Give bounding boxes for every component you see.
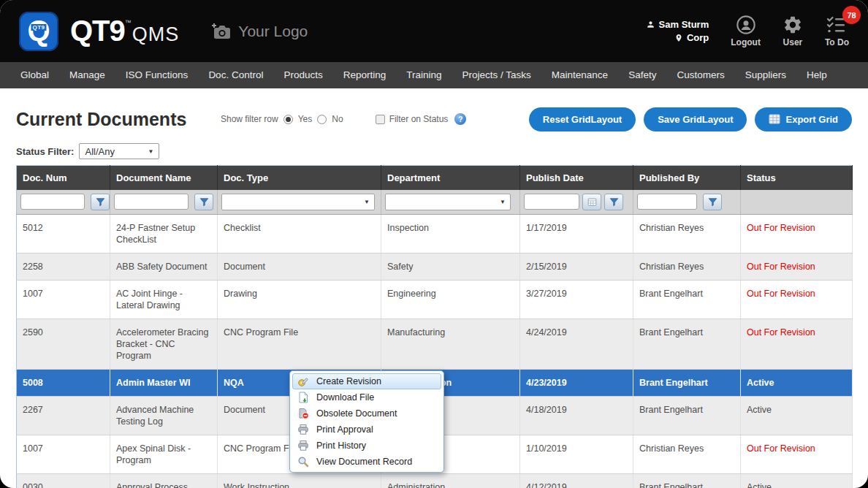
- col-publish-date[interactable]: Publish Date: [520, 166, 633, 190]
- cell-name: Accelerometer Bracing Bracket - CNC Prog…: [110, 319, 218, 369]
- show-filter-row-label: Show filter row: [221, 114, 278, 124]
- logout-button[interactable]: Logout: [731, 15, 761, 47]
- cell-doc-num: 5008: [17, 369, 110, 396]
- table-row[interactable]: 2590Accelerometer Bracing Bracket - CNC …: [17, 319, 853, 369]
- nav-item-manage[interactable]: Manage: [59, 62, 115, 88]
- menu-item-label: Download File: [316, 392, 374, 403]
- menu-item-label: Print History: [316, 441, 366, 451]
- col-document-name[interactable]: Document Name: [110, 166, 218, 190]
- qt9-logo-text: QT9: [31, 24, 46, 31]
- nav-item-global[interactable]: Global: [10, 62, 59, 88]
- menu-item-print-approval[interactable]: Print Approval: [292, 422, 441, 438]
- menu-item-label: Print Approval: [316, 424, 373, 435]
- reset-gridlayout-button[interactable]: Reset GridLayout: [529, 107, 636, 131]
- filter-publish-date-input[interactable]: [524, 194, 579, 210]
- current-user: Sam Sturm Corp: [646, 18, 709, 45]
- cell-by: Brant Engelhart: [633, 280, 741, 319]
- menu-item-download-file[interactable]: Download File: [292, 389, 441, 405]
- table-row[interactable]: 1007AC Joint Hinge - Lateral DrawingDraw…: [17, 280, 853, 319]
- user-area: Sam Sturm Corp Logout: [646, 15, 849, 47]
- col-doc-type[interactable]: Doc. Type: [218, 166, 381, 190]
- table-row[interactable]: 0030Approval ProcessWork InstructionAdmi…: [17, 473, 853, 488]
- cell-name: Advanced Machine Testing Log: [110, 396, 218, 435]
- app-header: Q QT9 QT9 ™ QMS Your Logo: [0, 0, 868, 62]
- cell-date: 1/17/2019: [520, 214, 633, 253]
- cell-date: 4/23/2019: [520, 369, 633, 396]
- cell-type: Drawing: [218, 280, 381, 319]
- cell-by: Brant Engelhart: [633, 473, 741, 488]
- cell-dept: Engineering: [381, 280, 520, 319]
- show-filter-row-group: Show filter row Yes No: [221, 114, 343, 124]
- nav-item-customers[interactable]: Customers: [666, 62, 734, 88]
- brand-trademark: ™: [125, 19, 132, 26]
- filter-on-status-checkbox[interactable]: [376, 115, 385, 124]
- nav-item-help[interactable]: Help: [796, 62, 837, 88]
- cell-by: Christian Reyes: [633, 214, 741, 253]
- menu-item-view-document-record[interactable]: View Document Record: [292, 454, 441, 470]
- filter-document-name-input[interactable]: [114, 194, 189, 210]
- filter-publish-date-funnel-button[interactable]: [604, 194, 623, 210]
- nav-item-iso-functions[interactable]: ISO Functions: [115, 62, 199, 88]
- cell-date: 4/24/2019: [520, 319, 633, 369]
- person-icon: [646, 20, 655, 29]
- cell-status: Active: [741, 369, 853, 396]
- nav-item-suppliers[interactable]: Suppliers: [735, 62, 796, 88]
- gear-icon: [783, 15, 803, 35]
- nav-item-projects-tasks[interactable]: Projects / Tasks: [452, 62, 541, 88]
- menu-item-print-history[interactable]: Print History: [292, 438, 441, 454]
- filter-published-by-input[interactable]: [637, 194, 697, 210]
- cell-type: CNC Program File: [218, 319, 381, 369]
- filter-doc-num-input[interactable]: [20, 194, 85, 210]
- cell-name: AC Joint Hinge - Lateral Drawing: [110, 280, 218, 319]
- status-filter-group: Status Filter: All/Any ▼: [16, 143, 852, 159]
- menu-item-create-revision[interactable]: Create Revision: [292, 373, 441, 389]
- upload-logo-button[interactable]: Your Logo: [210, 23, 308, 40]
- obsolete-document-icon: [297, 408, 309, 419]
- context-menu: Create Revision Download File Obsolete: [289, 370, 444, 473]
- col-published-by[interactable]: Published By: [633, 166, 741, 190]
- filter-row-yes-radio[interactable]: [283, 115, 293, 124]
- cell-type: Checklist: [218, 214, 381, 253]
- col-department[interactable]: Department: [381, 166, 520, 190]
- nav-item-safety[interactable]: Safety: [618, 62, 666, 88]
- cell-dept: Safety: [381, 253, 520, 280]
- user-settings-button[interactable]: User: [783, 15, 803, 47]
- cell-by: Brant Engelhart: [633, 319, 741, 369]
- view-record-icon: [297, 456, 309, 468]
- menu-item-obsolete-document[interactable]: Obsolete Document: [292, 405, 441, 422]
- camera-plus-icon: [210, 23, 232, 40]
- filter-department-select[interactable]: ▼: [385, 194, 511, 210]
- cell-status: Active: [741, 473, 853, 488]
- funnel-icon: [199, 197, 209, 207]
- cell-name: ABB Safety Document: [110, 253, 218, 280]
- table-row[interactable]: 2258ABB Safety DocumentDocumentSafety2/1…: [17, 253, 853, 280]
- nav-item-products[interactable]: Products: [273, 62, 332, 88]
- filter-doc-num-funnel-button[interactable]: [91, 194, 110, 210]
- filter-row-no-radio[interactable]: [317, 115, 327, 124]
- cell-status: Out For Revision: [741, 435, 853, 473]
- filter-published-by-funnel-button[interactable]: [703, 194, 722, 210]
- location-pin-icon: [674, 34, 683, 42]
- cell-status: Active: [741, 396, 853, 435]
- nav-item-maintenance[interactable]: Maintenance: [541, 62, 618, 88]
- nav-item-doc-control[interactable]: Doc. Control: [198, 62, 273, 88]
- nav-item-reporting[interactable]: Reporting: [333, 62, 397, 88]
- help-icon[interactable]: ?: [454, 113, 466, 125]
- col-doc-num[interactable]: Doc. Num: [17, 166, 110, 190]
- export-grid-button[interactable]: Export Grid: [755, 107, 852, 131]
- filter-doc-type-select[interactable]: ▼: [221, 194, 375, 210]
- cell-by: Christian Reyes: [633, 435, 741, 473]
- todo-button[interactable]: 78 To Do: [825, 15, 849, 47]
- filter-publish-date-calendar-button[interactable]: [582, 194, 601, 210]
- cell-date: 4/12/2019: [520, 473, 633, 488]
- status-filter-select[interactable]: All/Any ▼: [79, 143, 159, 159]
- filter-document-name-funnel-button[interactable]: [194, 194, 213, 210]
- cell-status: Out For Revision: [741, 319, 853, 369]
- nav-item-training[interactable]: Training: [396, 62, 452, 88]
- cell-type: Work Instruction: [218, 473, 381, 488]
- cell-doc-num: 1007: [17, 280, 110, 319]
- col-status[interactable]: Status: [741, 166, 853, 190]
- your-logo-label: Your Logo: [238, 23, 308, 40]
- table-row[interactable]: 501224-P Fastner Setup CheckListChecklis…: [17, 214, 853, 253]
- save-gridlayout-button[interactable]: Save GridLayout: [644, 107, 747, 131]
